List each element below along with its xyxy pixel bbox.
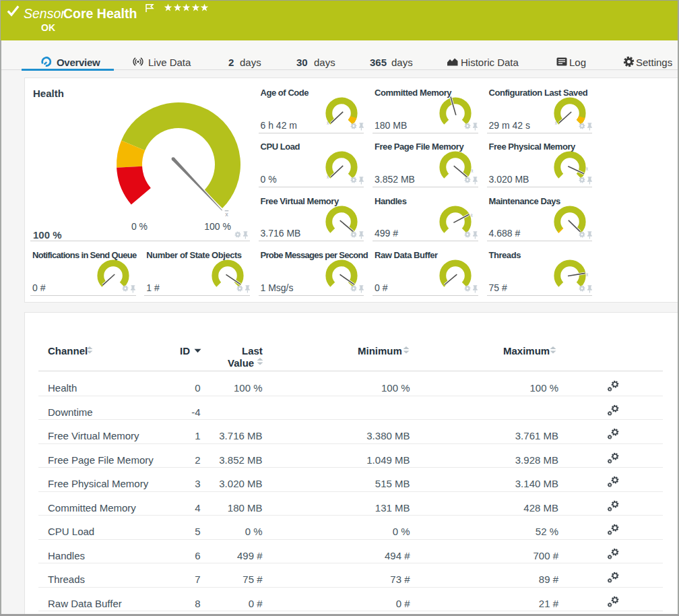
svg-text:x̄: x̄ xyxy=(586,166,589,171)
svg-text:x̄: x̄ xyxy=(472,168,474,173)
svg-text:x̄: x̄ xyxy=(471,213,474,218)
svg-text:x: x xyxy=(225,211,228,218)
svg-text:x̄: x̄ xyxy=(586,272,589,277)
